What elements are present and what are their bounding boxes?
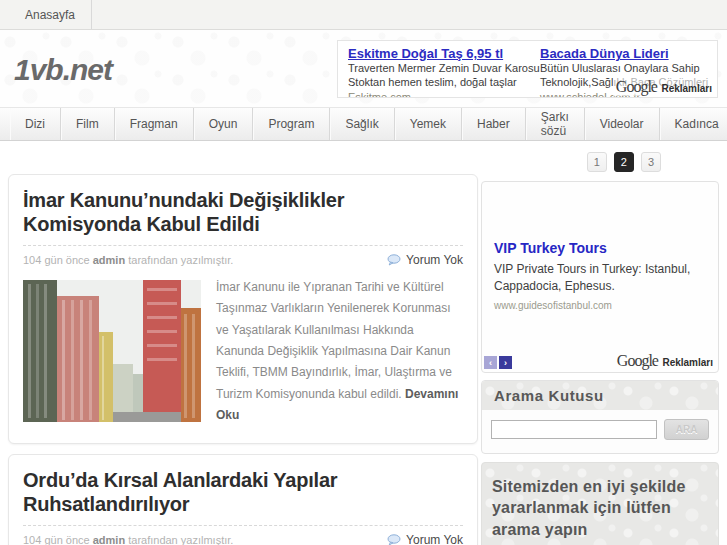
header-ad-1[interactable]: Eskitme Doğal Taş 6,95 tl Traverten Merm… <box>348 46 530 92</box>
nav-item-oyun[interactable]: Oyun <box>194 108 254 140</box>
nav-item-yemek[interactable]: Yemek <box>395 108 462 140</box>
search-submit-button[interactable]: ARA <box>664 419 709 440</box>
nav-item-label: Fragman <box>130 117 178 131</box>
comments-link[interactable]: Yorum Yok <box>387 253 463 267</box>
meta-author-link[interactable]: admin <box>93 534 125 545</box>
site-logo[interactable]: 1vb.net <box>14 53 112 87</box>
article-body-text: İmar Kanunu ile Yıpranan Tarihi ve Kültü… <box>216 280 452 401</box>
google-logo: Google <box>616 78 657 95</box>
ad-text-line: Cappadocia, Ephesus. <box>494 278 706 295</box>
comments-count-label: Yorum Yok <box>406 253 463 267</box>
speech-bubble-icon <box>387 534 401 545</box>
search-notice-text: Sitemizden en iyi şekilde yararlanmak iç… <box>482 463 718 545</box>
nav-item-label: Oyun <box>209 117 238 131</box>
search-row: ARA <box>482 410 718 453</box>
ad-title-link[interactable]: Eskitme Doğal Taş 6,95 tl <box>348 46 530 61</box>
nav-item-label: Videolar <box>600 117 644 131</box>
meta-age: 104 gün önce <box>23 534 90 545</box>
page-button-3[interactable]: 3 <box>641 152 661 172</box>
ad-text-line: Traverten Mermer Zemin Duvar Karosu <box>348 61 530 75</box>
nav-item-label: Program <box>268 117 314 131</box>
carousel-next-icon[interactable]: › <box>499 356 512 369</box>
page-button-1[interactable]: 1 <box>587 152 607 172</box>
google-ads-attribution[interactable]: Google Reklamları <box>613 78 712 96</box>
google-ads-label: Reklamları <box>662 357 713 368</box>
search-widget: Arama Kutusu ARA <box>481 380 719 454</box>
sidebar: 1 2 3 VIP Turkey Tours VIP Private Tours… <box>481 141 719 545</box>
google-logo: Google <box>617 352 658 369</box>
ad-text-line: VIP Private Tours in Turkey: Istanbul, <box>494 261 706 278</box>
article-title-link[interactable]: Ordu’da Kırsal Alanlardaki Yapılar Ruhsa… <box>23 465 463 526</box>
nav-item-sarki-sozu[interactable]: Şarkı sözü <box>526 108 585 140</box>
site-header: 1vb.net Eskitme Doğal Taş 6,95 tl Traver… <box>0 30 727 107</box>
ad-url: Eskitme.com <box>348 91 530 98</box>
article-card-imar-kanunu: İmar Kanunu’nundaki Değişiklikler Komisy… <box>8 174 478 444</box>
pagination: 1 2 3 <box>481 152 719 172</box>
article-card-ordu-kirsal: Ordu’da Kırsal Alanlardaki Yapılar Ruhsa… <box>8 454 478 545</box>
nav-item-saglik[interactable]: Sağlık <box>330 108 394 140</box>
nav-item-label: Yemek <box>410 117 446 131</box>
article-meta-row: 104 gün önce admin tarafından yazılmıştı… <box>23 246 463 277</box>
carousel-prev-icon[interactable]: ‹ <box>484 356 497 369</box>
article-meta-text: 104 gün önce admin tarafından yazılmıştı… <box>23 254 233 266</box>
page-button-2-active[interactable]: 2 <box>614 152 634 172</box>
ad-title-link[interactable]: VIP Turkey Tours <box>494 240 706 256</box>
google-ads-label: Reklamları <box>661 83 712 94</box>
article-thumbnail-buildings[interactable] <box>23 280 201 422</box>
main-navigation: Dizi Film Fragman Oyun Program Sağlık Ye… <box>0 107 727 141</box>
nav-item-program[interactable]: Program <box>253 108 330 140</box>
article-title-link[interactable]: İmar Kanunu’nundaki Değişiklikler Komisy… <box>23 185 463 246</box>
articles-column: İmar Kanunu’nundaki Değişiklikler Komisy… <box>8 141 478 545</box>
speech-bubble-icon <box>387 254 401 266</box>
search-widget-heading: Arama Kutusu <box>482 381 718 410</box>
nav-home-label: Anasayfa <box>25 8 75 22</box>
top-bar: Anasayfa <box>0 0 727 30</box>
sidebar-ad-box: VIP Turkey Tours VIP Private Tours in Tu… <box>481 181 719 373</box>
article-meta-row: 104 gün önce admin tarafından yazılmıştı… <box>23 526 463 545</box>
nav-item-kadinca[interactable]: Kadınca <box>660 108 727 140</box>
google-ads-attribution[interactable]: Google Reklamları <box>617 352 713 370</box>
nav-item-haber[interactable]: Haber <box>462 108 526 140</box>
ad-url: www.guidesofistanbul.com <box>494 300 706 311</box>
ad-carousel-controls: ‹ › <box>484 356 512 369</box>
ad-text-line: Stoktan hemen teslim, doğal taşlar <box>348 75 530 89</box>
meta-age: 104 gün önce <box>23 254 90 266</box>
nav-item-label: Şarkı sözü <box>541 110 569 138</box>
sidebar-ad[interactable]: VIP Turkey Tours VIP Private Tours in Tu… <box>494 240 706 311</box>
meta-suffix: tarafından yazılmıştır. <box>128 254 233 266</box>
ad-title-link[interactable]: Bacada Dünya Lideri <box>540 46 708 61</box>
article-meta-text: 104 gün önce admin tarafından yazılmıştı… <box>23 534 233 545</box>
nav-item-fragman[interactable]: Fragman <box>115 108 194 140</box>
comments-count-label: Yorum Yok <box>406 533 463 545</box>
search-input[interactable] <box>491 420 657 439</box>
nav-item-label: Sağlık <box>345 117 378 131</box>
nav-item-label: Dizi <box>25 117 45 131</box>
nav-item-dizi[interactable]: Dizi <box>10 108 61 140</box>
article-excerpt: İmar Kanunu ile Yıpranan Tarihi ve Kültü… <box>23 277 463 427</box>
meta-suffix: tarafından yazılmıştır. <box>128 534 233 545</box>
page-content: İmar Kanunu’nundaki Değişiklikler Komisy… <box>0 141 727 545</box>
nav-item-label: Kadınca <box>675 117 719 131</box>
nav-item-label: Haber <box>477 117 510 131</box>
nav-home-link[interactable]: Anasayfa <box>9 0 92 29</box>
sidebar-info-widget: Sitemizden en iyi şekilde yararlanmak iç… <box>481 462 719 545</box>
nav-item-videolar[interactable]: Videolar <box>585 108 660 140</box>
nav-item-film[interactable]: Film <box>61 108 115 140</box>
meta-author-link[interactable]: admin <box>93 254 125 266</box>
ad-text-line: Bütün Uluslarası Onaylara Sahip <box>540 61 708 75</box>
nav-item-label: Film <box>76 117 99 131</box>
comments-link[interactable]: Yorum Yok <box>387 533 463 545</box>
header-ad-box: Eskitme Doğal Taş 6,95 tl Traverten Merm… <box>337 40 718 98</box>
